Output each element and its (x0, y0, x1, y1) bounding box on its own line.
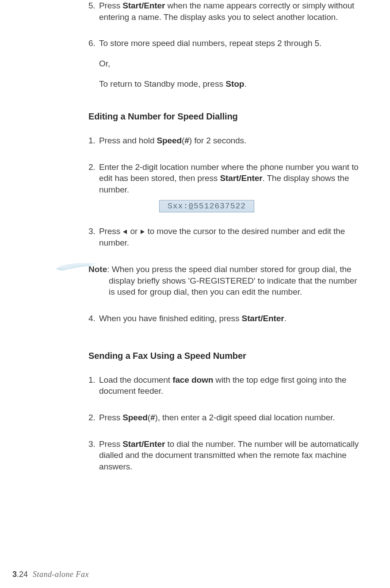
step-body: Press Start/Enter when the name appears … (99, 0, 363, 23)
note-block: Note: When you press the speed dial numb… (88, 264, 363, 298)
right-arrow-icon (140, 226, 145, 238)
page-number: 24 (19, 570, 28, 579)
text: To store more speed dial numbers, repeat… (99, 38, 321, 48)
note-swoosh-icon (53, 259, 106, 273)
step-body: Press or to move the cursor to the desir… (99, 226, 363, 249)
send-step-2: 2. Press Speed(#), then enter a 2-digit … (88, 412, 363, 423)
step-number: 4. (88, 313, 99, 324)
send-step-1: 1. Load the document face down with the … (88, 374, 363, 397)
page-content: 5. Press Start/Enter when the name appea… (0, 0, 390, 472)
step-5: 5. Press Start/Enter when the name appea… (88, 0, 363, 23)
display-rest: 5512637522 (194, 202, 246, 211)
text: Press (99, 1, 122, 10)
key-name: # (184, 136, 189, 145)
button-name: Start/Enter (242, 314, 284, 323)
text: . (244, 79, 246, 88)
step-number: 3. (88, 226, 99, 237)
step-number: 1. (88, 374, 99, 386)
edit-step-4: 4. When you have finished editing, press… (88, 313, 363, 324)
note-continuation: display briefly shows 'G-REGISTERED' to … (88, 275, 363, 298)
page-footer: 3.24 Stand-alone Fax (12, 570, 89, 579)
text: Press and hold (99, 136, 157, 145)
display-row: Sxx:05512637522 (88, 202, 363, 226)
step-number: 5. (88, 0, 99, 12)
button-name: Speed (122, 413, 148, 422)
step-body: Load the document face down with the top… (99, 374, 363, 397)
step-body: Enter the 2-digit location number where … (99, 161, 363, 196)
step-6-or: Or, (88, 58, 363, 69)
left-arrow-icon (122, 226, 128, 238)
text: When you have finished editing, press (99, 314, 242, 323)
emphasis: face down (172, 375, 213, 384)
step-6: 6. To store more speed dial numbers, rep… (88, 38, 363, 49)
step-number: 3. (88, 438, 99, 450)
step-6-return: To return to Standby mode, press Stop. (88, 78, 363, 90)
heading-sending: Sending a Fax Using a Speed Number (88, 351, 363, 361)
display-cursor-digit: 0 (188, 202, 194, 211)
edit-step-3: 3. Press or to move the cursor to the de… (88, 226, 363, 249)
step-body: To store more speed dial numbers, repeat… (99, 38, 363, 49)
edit-step-1: 1. Press and hold Speed(#) for 2 seconds… (88, 135, 363, 146)
key-name: # (150, 413, 155, 422)
step-body: Press Start/Enter to dial the number. Th… (99, 438, 363, 473)
button-name: Start/Enter (122, 439, 165, 449)
step-body: When you have finished editing, press St… (99, 313, 363, 324)
text: . (284, 314, 287, 323)
note-first-line: When you press the speed dial number sto… (112, 265, 352, 274)
text: Press (99, 227, 122, 236)
send-step-3: 3. Press Start/Enter to dial the number.… (88, 438, 363, 473)
step-body: Press Speed(#), then enter a 2-digit spe… (99, 412, 363, 423)
note-text: Note: When you press the speed dial numb… (88, 264, 363, 298)
svg-marker-0 (123, 230, 127, 234)
step-number: 1. (88, 135, 99, 146)
text: ), then enter a 2-digit speed dial locat… (155, 413, 335, 422)
text: or (128, 227, 140, 236)
lcd-display: Sxx:05512637522 (159, 200, 254, 212)
svg-marker-1 (141, 230, 145, 234)
button-name: Speed (157, 136, 182, 145)
text: Press (99, 413, 122, 422)
display-prefix: Sxx: (168, 202, 188, 211)
step-body: Press and hold Speed(#) for 2 seconds. (99, 135, 363, 146)
text: Press (99, 439, 122, 449)
chapter-number: 3 (12, 570, 17, 579)
step-number: 2. (88, 412, 99, 423)
text: Load the document (99, 375, 172, 384)
heading-editing: Editing a Number for Speed Dialling (88, 111, 363, 122)
step-number: 6. (88, 38, 99, 49)
step-number: 2. (88, 161, 99, 173)
button-name: Start/Enter (220, 173, 262, 183)
edit-step-2: 2. Enter the 2-digit location number whe… (88, 161, 363, 196)
button-name: Stop (226, 79, 244, 88)
text: ) for 2 seconds. (189, 136, 246, 145)
text: To return to Standby mode, press (99, 79, 226, 88)
note-colon: : (107, 265, 112, 274)
button-name: Start/Enter (122, 1, 165, 10)
section-title: Stand-alone Fax (33, 570, 89, 579)
